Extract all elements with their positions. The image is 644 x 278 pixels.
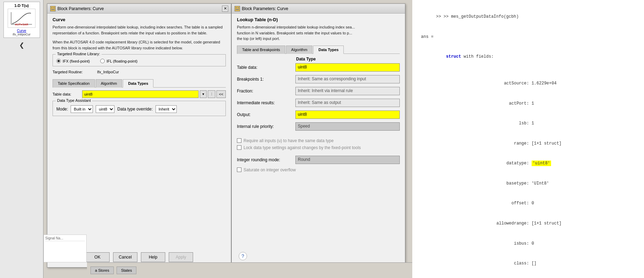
targeted-routine-label: Targeted Routine: xyxy=(53,70,94,74)
terminal-field-actSource: actSource: 1.6229e+04 xyxy=(421,74,644,94)
d2-saturate-checkbox[interactable] xyxy=(237,167,241,172)
table-data-input[interactable] xyxy=(82,90,199,98)
d2-checkbox2[interactable] xyxy=(237,145,241,150)
d2-output-row: Output: uint8 xyxy=(237,111,400,119)
dialog2-description: Perform n-dimensional interpolated table… xyxy=(237,24,400,42)
override-label: Data type override: xyxy=(117,107,152,112)
d2-fraction-value: Inherit: Inherit via internal rule xyxy=(295,87,400,95)
table-data-icon-btn[interactable]: ⋮ xyxy=(208,90,215,98)
type-select[interactable]: uint8 xyxy=(96,105,114,113)
table-data-expand-btn[interactable]: << xyxy=(216,90,226,98)
data-type-assistant: Data Type Assistant Mode: Built in uint8… xyxy=(53,101,226,116)
col-header: Data Type xyxy=(296,57,400,62)
d2-tab-algorithm[interactable]: Algorithm xyxy=(286,46,312,54)
cancel-button[interactable]: Cancel xyxy=(113,252,137,262)
d2-rounding-label: Integer rounding mode: xyxy=(237,157,293,162)
terminal-prompt: >> >> mes_getOutputDataInfo(gcbh) xyxy=(421,7,644,27)
radio-ifl[interactable]: IFL (floating-point) xyxy=(100,59,137,63)
terminal-field-allowedrange: allowedrange: [1×1 struct] xyxy=(421,214,644,234)
d2-fraction-label: Fraction: xyxy=(237,89,293,93)
bottom-strip: a Stores States xyxy=(87,262,412,278)
signal-area: Signal Na... xyxy=(43,235,87,262)
d2-help-icon[interactable]: ? xyxy=(239,252,247,260)
dialog2-title: Block Parameters: Curve xyxy=(242,6,288,11)
bottom-tab-stores[interactable]: a Stores xyxy=(90,267,114,274)
dialog1-content: Curve Perform one-dimensional interpolat… xyxy=(47,14,231,120)
d2-checkbox1-label: Require all inputs (u) to have the same … xyxy=(244,138,334,143)
dialog1-description2: When the AUTOSAR 4.0 code replacement li… xyxy=(53,39,226,51)
dialog1-icon xyxy=(50,6,56,11)
d2-checkbox1[interactable] xyxy=(237,138,241,143)
svg-text:AUT●SAR: AUT●SAR xyxy=(15,23,28,26)
targeted-routine-value: Ifx_IntIpoCur xyxy=(97,70,119,74)
block-sublabel: Ifx_IntIpoCur xyxy=(5,33,38,36)
d2-rounding-row: Integer rounding mode: Round xyxy=(237,156,400,164)
table-data-dropdown[interactable]: ▼ xyxy=(200,90,207,98)
terminal-field-lsb: lsb: 1 xyxy=(421,114,644,134)
d2-table-data-value: uint8 xyxy=(295,63,400,72)
d2-intermediate-label: Intermediate results: xyxy=(237,100,293,105)
terminal-field-errmsg: errmsg: '' xyxy=(421,274,644,278)
help-button[interactable]: Help xyxy=(141,252,165,262)
d2-tab-table-breakpoints[interactable]: Table and Breakpoints xyxy=(237,46,285,54)
dialog1-close-button[interactable]: ✕ xyxy=(222,6,228,12)
dialog1-titlebar: Block Parameters: Curve ✕ xyxy=(47,4,231,14)
d2-breakpoints1-value: Inherit: Same as corresponding input xyxy=(295,75,400,83)
dialog2-titlebar: Block Parameters: Curve xyxy=(232,4,405,14)
apply-button[interactable]: Apply xyxy=(169,252,193,262)
override-select[interactable]: Inherit xyxy=(156,105,177,113)
tab-table-specification[interactable]: Table Specification xyxy=(53,79,95,88)
block-label[interactable]: Curve xyxy=(5,29,38,33)
d2-breakpoints1-row: Breakpoints 1: Inherit: Same as correspo… xyxy=(237,75,400,83)
table-data-label: Table data: xyxy=(53,92,80,96)
d2-rounding-value: Round xyxy=(295,156,400,164)
dialog1-section-title: Curve xyxy=(53,17,226,22)
svg-rect-8 xyxy=(235,6,240,11)
terminal-field-datatype: datatype: 'uint8' xyxy=(421,154,644,174)
svg-rect-9 xyxy=(236,7,237,8)
d2-saturate-label: Saturate on integer overflow xyxy=(244,167,296,172)
d2-tab-data-types[interactable]: Data Types xyxy=(313,46,344,54)
d2-checkbox1-row: Require all inputs (u) to have the same … xyxy=(237,138,400,143)
d2-intermediate-value: Inherit: Same as output xyxy=(295,99,400,107)
d2-intermediate-row: Intermediate results: Inherit: Same as o… xyxy=(237,99,400,107)
dialog1-title: Block Parameters: Curve xyxy=(57,6,104,11)
sidebar-arrow[interactable]: ❮ xyxy=(19,41,24,49)
dialog1-tabbar: Table Specification Algorithm Data Types xyxy=(53,79,226,88)
terminal-field-actPort: actPort: 1 xyxy=(421,93,644,114)
d2-output-label: Output: xyxy=(237,112,293,117)
d2-checkbox2-row: Lock data type settings against changes … xyxy=(237,145,400,150)
svg-rect-10 xyxy=(238,7,239,8)
mode-select[interactable]: Built in xyxy=(71,105,93,113)
svg-rect-4 xyxy=(50,6,55,11)
terminal-datatype-highlight: 'uint8' xyxy=(532,161,551,166)
terminal-field-basetype: basetype: 'UInt8' xyxy=(421,174,644,194)
block-image: AUT●SAR xyxy=(8,9,35,28)
d2-table-data-label: Table data: xyxy=(237,65,293,70)
dialog2-content: Lookup Table (n-D) Perform n-dimensional… xyxy=(232,14,405,178)
radio-ifl-input[interactable] xyxy=(100,59,105,63)
dialog2-icon xyxy=(234,6,240,11)
group-title: Targeted Routine Library: xyxy=(56,52,102,56)
main-area: Block Parameters: Curve ✕ Curve Perform … xyxy=(43,0,644,278)
d2-breakpoints1-label: Breakpoints 1: xyxy=(237,77,293,82)
dialog-2: Block Parameters: Curve Lookup Table (n-… xyxy=(231,3,405,268)
table-data-row: Table data: ▼ ⋮ << xyxy=(53,90,226,98)
radio-ifx[interactable]: IFX (fixed-point) xyxy=(56,59,90,63)
dialog2-tabbar: Table and Breakpoints Algorithm Data Typ… xyxy=(237,45,400,54)
mode-label: Mode: xyxy=(56,107,68,112)
svg-rect-6 xyxy=(53,7,55,8)
terminal-field-isbus: isbus: 0 xyxy=(421,234,644,254)
dialog-1: Block Parameters: Curve ✕ Curve Perform … xyxy=(47,3,231,268)
sidebar: 1-D T(u) AUT●SAR Curve Ifx_IntIpoCur ❮ xyxy=(0,0,43,278)
d2-internal-rule-label: Internal rule priority: xyxy=(237,124,293,129)
tab-data-types[interactable]: Data Types xyxy=(123,79,153,88)
bottom-tab-states[interactable]: States xyxy=(117,267,136,274)
d2-internal-rule-value: Speed xyxy=(295,122,400,131)
d2-output-value: uint8 xyxy=(295,111,400,119)
block-title: 1-D T(u) xyxy=(5,3,38,8)
radio-ifx-input[interactable] xyxy=(56,59,61,63)
tab-algorithm[interactable]: Algorithm xyxy=(96,79,122,88)
svg-rect-11 xyxy=(236,9,239,10)
ok-button[interactable]: OK xyxy=(85,252,110,262)
